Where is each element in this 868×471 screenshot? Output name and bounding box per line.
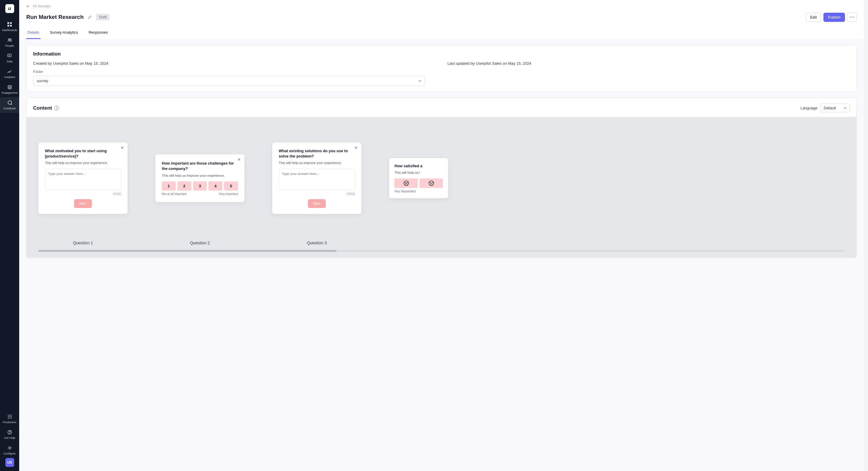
back-arrow-icon: [26, 4, 30, 8]
info-heading: Information: [33, 51, 850, 57]
svg-point-19: [850, 17, 851, 18]
sidebar-label: Get Help: [4, 436, 16, 439]
language-value: Default: [824, 106, 836, 110]
sidebar-item-analytics[interactable]: Analytics: [0, 66, 19, 82]
sidebar-label: Production: [3, 420, 16, 424]
question-title: How satisfied a: [395, 164, 443, 169]
folder-label: Folder: [33, 70, 850, 74]
data-icon: [7, 53, 12, 59]
svg-point-27: [432, 182, 433, 183]
content-card: Content i Language Default: [26, 97, 857, 258]
main: All Surveys Run Market Research Draft Ed…: [19, 0, 864, 471]
sidebar-label: Engagement: [2, 91, 18, 94]
emoji-low-label: Very dissatisfied: [395, 190, 443, 193]
sidebar-item-data[interactable]: Data: [0, 50, 19, 66]
horizontal-scrollbar[interactable]: [38, 250, 845, 252]
user-avatar[interactable]: US: [5, 458, 14, 467]
svg-rect-3: [10, 25, 12, 27]
created-by: Created by Userpilot Sales on May 15, 20…: [33, 61, 436, 66]
grid-icon: [7, 414, 12, 419]
sidebar-label: Analytics: [4, 75, 15, 79]
rating-low-label: Not at all important: [162, 193, 187, 196]
svg-point-25: [429, 181, 434, 185]
question-subtitle: This will help us i: [395, 171, 443, 174]
svg-point-10: [8, 416, 8, 417]
close-icon[interactable]: ✕: [354, 145, 358, 150]
rating-5[interactable]: 5: [224, 181, 238, 190]
svg-point-9: [11, 415, 11, 416]
sidebar-item-engagement[interactable]: Engagement: [0, 82, 19, 97]
sidebar-label: People: [5, 44, 14, 47]
window-scrollbar[interactable]: [864, 0, 868, 471]
sidebar-item-help[interactable]: Get Help: [0, 427, 19, 442]
breadcrumb[interactable]: All Surveys: [26, 0, 857, 8]
gear-icon: [7, 445, 12, 451]
help-icon: [7, 430, 12, 435]
app-logo[interactable]: u: [5, 4, 14, 13]
layers-icon: [7, 85, 12, 90]
question-label-1: Question 1: [38, 240, 128, 245]
sidebar-label: Dashboards: [2, 28, 17, 32]
next-button[interactable]: Next: [74, 199, 92, 208]
rating-3[interactable]: 3: [193, 181, 207, 190]
svg-rect-2: [7, 25, 9, 27]
publish-button[interactable]: Publish: [824, 13, 845, 22]
page-title: Run Market Research: [26, 14, 84, 20]
close-icon[interactable]: ✕: [120, 145, 124, 150]
edit-title-icon[interactable]: [88, 15, 92, 19]
svg-point-24: [407, 182, 407, 183]
rating-2[interactable]: 2: [178, 181, 191, 190]
next-button[interactable]: Next: [308, 199, 326, 208]
scrollbar-thumb[interactable]: [38, 250, 337, 252]
question-card-4: How satisfied a This will help us i: [389, 158, 448, 199]
sidebar-item-configure[interactable]: Configure: [0, 442, 19, 458]
svg-point-17: [9, 433, 10, 434]
sidebar: u Dashboards People Data Analytics: [0, 0, 19, 471]
sidebar-item-feedback[interactable]: Feedback: [0, 97, 19, 113]
status-badge: Draft: [96, 14, 110, 20]
updated-by: Last updated by Userpilot Sales on May 1…: [447, 61, 850, 66]
rating-4[interactable]: 4: [209, 181, 222, 190]
question-card-3: ✕ What existing solutions do you use to …: [272, 142, 361, 214]
question-subtitle: This will help us improve your experienc…: [279, 161, 355, 165]
emoji-sad[interactable]: [395, 178, 418, 188]
chevron-down-icon: [418, 80, 421, 82]
rating-1[interactable]: 1: [162, 181, 176, 190]
question-label-3: Question 3: [272, 240, 361, 245]
question-card-2: ✕ How important are those challenges for…: [155, 154, 244, 202]
svg-point-5: [10, 39, 11, 40]
rating-high-label: Very important: [219, 193, 238, 196]
info-icon[interactable]: i: [54, 106, 59, 111]
svg-point-22: [404, 181, 409, 185]
folder-select[interactable]: survey: [33, 76, 425, 86]
analytics-icon: [7, 69, 12, 74]
answer-textarea[interactable]: [45, 169, 121, 190]
tab-analytics[interactable]: Survey Analytics: [49, 27, 79, 39]
people-icon: [7, 37, 12, 43]
svg-rect-1: [10, 22, 12, 24]
question-title: How important are those challenges for t…: [162, 161, 238, 171]
svg-point-23: [405, 182, 406, 183]
tab-responses[interactable]: Responses: [87, 27, 109, 39]
more-button[interactable]: [847, 12, 857, 22]
svg-rect-0: [7, 22, 9, 24]
sidebar-item-production[interactable]: Production: [0, 411, 19, 427]
sidebar-label: Feedback: [4, 107, 16, 110]
sidebar-item-dashboards[interactable]: Dashboards: [0, 19, 19, 35]
answer-textarea[interactable]: [279, 169, 355, 190]
close-icon[interactable]: ✕: [237, 157, 241, 162]
question-subtitle: This will help us improve your experienc…: [45, 161, 121, 165]
svg-point-26: [430, 182, 431, 183]
svg-point-21: [854, 17, 855, 18]
sidebar-label: Data: [6, 60, 12, 63]
question-label-2: Question 2: [155, 240, 244, 245]
language-select[interactable]: Default: [820, 104, 850, 112]
svg-point-20: [852, 17, 852, 18]
edit-button[interactable]: Edit: [806, 13, 821, 22]
question-card-1: ✕ What motivated you to start using [pro…: [38, 142, 128, 214]
tab-details[interactable]: Details: [26, 27, 40, 39]
sidebar-item-people[interactable]: People: [0, 35, 19, 50]
char-counter: 0/500: [279, 192, 355, 196]
svg-point-7: [8, 415, 8, 416]
emoji-neutral[interactable]: [420, 178, 443, 188]
